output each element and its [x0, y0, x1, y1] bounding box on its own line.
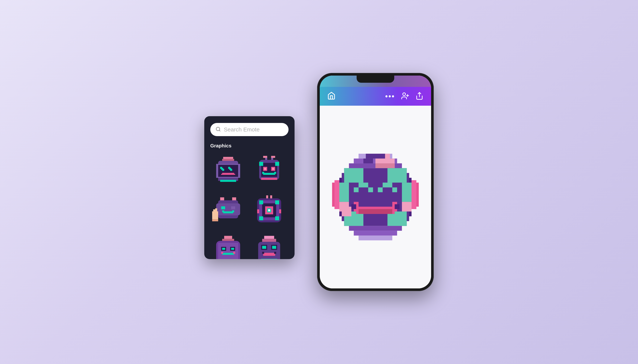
svg-rect-110 [402, 182, 412, 202]
svg-rect-41 [216, 204, 240, 216]
emote-grid [210, 154, 289, 259]
main-emote [327, 148, 424, 246]
svg-rect-130 [363, 158, 373, 164]
svg-rect-33 [272, 168, 274, 170]
search-bar[interactable]: Search Emote [210, 123, 289, 136]
svg-rect-61 [275, 200, 279, 204]
phone-mockup: ••• [317, 73, 434, 291]
svg-rect-16 [229, 168, 231, 170]
svg-rect-53 [270, 195, 272, 198]
emote-item-2[interactable] [251, 154, 287, 190]
svg-line-1 [219, 130, 220, 131]
svg-rect-11 [221, 168, 223, 170]
emote-panel: Search Emote Graphics [204, 116, 295, 259]
svg-rect-21 [220, 180, 236, 182]
svg-rect-44 [231, 206, 235, 209]
svg-rect-119 [392, 188, 397, 192]
svg-rect-73 [231, 248, 234, 250]
svg-rect-124 [395, 204, 399, 209]
svg-rect-45 [223, 211, 233, 214]
svg-rect-19 [234, 172, 236, 174]
svg-rect-76 [233, 252, 235, 254]
svg-rect-63 [275, 216, 279, 220]
svg-rect-106 [387, 168, 407, 182]
svg-rect-87 [261, 259, 277, 259]
svg-rect-25 [271, 156, 275, 158]
svg-rect-129 [366, 154, 385, 159]
svg-rect-112 [342, 207, 351, 216]
svg-rect-127 [354, 231, 397, 236]
phone-main-content [320, 106, 431, 288]
svg-rect-3 [222, 159, 234, 161]
home-icon[interactable] [327, 92, 336, 101]
share-icon[interactable] [415, 92, 424, 101]
svg-rect-71 [222, 248, 225, 250]
scene: Search Emote Graphics [0, 0, 638, 364]
svg-rect-85 [262, 252, 264, 254]
svg-rect-118 [383, 182, 392, 188]
svg-rect-65 [279, 209, 281, 213]
svg-rect-46 [222, 210, 224, 212]
svg-rect-36 [274, 172, 276, 174]
svg-rect-78 [262, 239, 276, 242]
svg-rect-114 [354, 188, 359, 192]
svg-rect-51 [212, 220, 218, 222]
svg-rect-97 [375, 164, 395, 168]
svg-rect-64 [257, 209, 259, 213]
svg-rect-79 [258, 242, 280, 259]
section-label: Graphics [210, 143, 289, 149]
svg-rect-81 [262, 246, 266, 249]
svg-rect-28 [259, 162, 263, 166]
emote-item-5[interactable] [210, 233, 246, 259]
svg-rect-18 [220, 172, 222, 174]
svg-rect-123 [351, 204, 356, 209]
svg-rect-83 [272, 246, 276, 249]
svg-rect-115 [358, 182, 368, 188]
svg-rect-35 [262, 172, 264, 174]
svg-rect-74 [222, 253, 234, 255]
emote-item-3[interactable] [210, 194, 246, 229]
svg-rect-125 [358, 209, 392, 214]
svg-rect-49 [213, 209, 215, 213]
svg-rect-75 [221, 252, 223, 254]
svg-rect-59 [268, 209, 270, 211]
emote-item-4[interactable] [251, 194, 287, 229]
more-icon[interactable]: ••• [385, 92, 395, 100]
phone-header: ••• [320, 87, 431, 106]
search-placeholder: Search Emote [224, 126, 260, 133]
svg-rect-77 [264, 236, 274, 239]
svg-point-88 [403, 93, 405, 96]
add-user-icon[interactable] [401, 92, 409, 101]
svg-rect-109 [339, 182, 349, 202]
svg-rect-60 [259, 200, 263, 204]
svg-rect-67 [222, 239, 234, 241]
svg-rect-47 [232, 210, 234, 212]
svg-rect-116 [368, 188, 373, 192]
svg-rect-50 [215, 208, 217, 212]
emote-item-1[interactable] [210, 154, 246, 190]
svg-rect-52 [266, 195, 268, 198]
phone-notch [357, 76, 394, 83]
svg-rect-24 [263, 156, 267, 158]
svg-rect-34 [263, 173, 275, 175]
svg-rect-128 [358, 236, 392, 240]
svg-rect-29 [275, 162, 279, 166]
phone-screen: ••• [320, 76, 431, 288]
svg-rect-31 [264, 168, 266, 170]
svg-rect-84 [263, 253, 275, 256]
svg-rect-126 [349, 226, 402, 231]
svg-rect-17 [221, 173, 235, 175]
svg-rect-62 [259, 216, 263, 220]
phone-header-actions: ••• [385, 92, 424, 101]
svg-rect-43 [222, 206, 224, 208]
svg-rect-86 [274, 252, 276, 254]
search-icon [216, 126, 221, 133]
svg-rect-69 [218, 243, 238, 259]
svg-rect-37 [261, 178, 277, 180]
svg-rect-113 [402, 202, 412, 212]
svg-rect-105 [344, 168, 363, 182]
svg-rect-2 [223, 157, 233, 159]
svg-rect-117 [378, 188, 383, 192]
svg-rect-66 [224, 236, 232, 239]
emote-item-6[interactable] [251, 233, 287, 259]
